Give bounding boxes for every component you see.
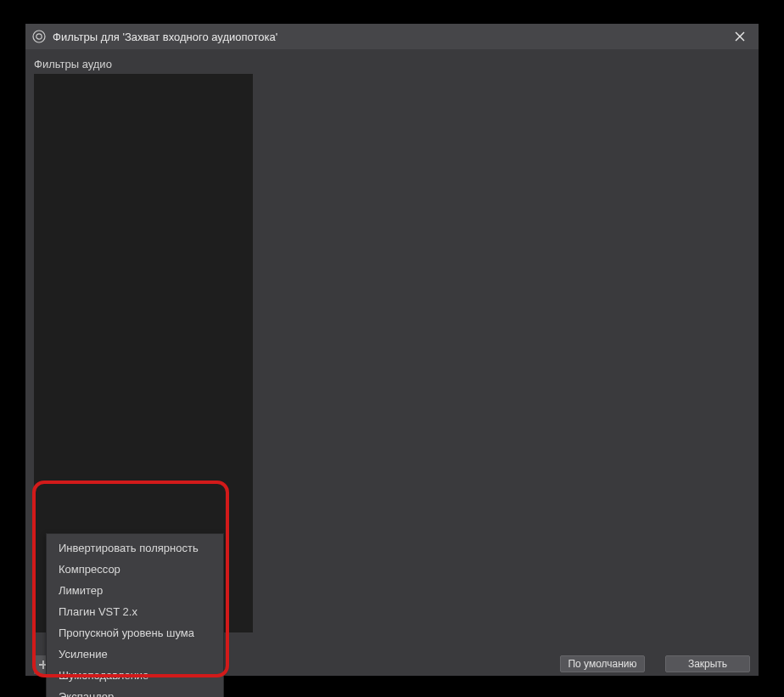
menu-item-limiter[interactable]: Лимитер [47, 580, 223, 601]
menu-item-vst-plugin[interactable]: Плагин VST 2.x [47, 601, 223, 622]
window-title: Фильтры для 'Захват входного аудиопотока… [53, 31, 728, 43]
menu-item-compressor[interactable]: Компрессор [47, 559, 223, 580]
obs-app-icon [32, 30, 46, 43]
menu-item-expander[interactable]: Экспандер [47, 686, 223, 697]
menu-item-gain[interactable]: Усиление [47, 644, 223, 665]
filters-dialog: Фильтры для 'Захват входного аудиопотока… [25, 24, 759, 676]
menu-item-invert-polarity[interactable]: Инвертировать полярность [47, 537, 223, 559]
close-button[interactable]: Закрыть [665, 655, 750, 672]
add-filter-context-menu: Инвертировать полярность Компрессор Лими… [46, 533, 224, 697]
dialog-footer: По умолчанию Закрыть [560, 655, 750, 672]
menu-item-noise-gate[interactable]: Пропускной уровень шума [47, 622, 223, 644]
menu-item-noise-suppression[interactable]: Шумоподавление [47, 665, 223, 686]
close-icon [735, 31, 745, 42]
svg-point-0 [33, 31, 45, 42]
defaults-button[interactable]: По умолчанию [560, 655, 645, 672]
dialog-content: Фильтры аудио Инвертировать полярность К… [25, 49, 759, 676]
audio-filters-label: Фильтры аудио [34, 58, 750, 70]
window-close-button[interactable] [728, 25, 752, 48]
titlebar: Фильтры для 'Захват входного аудиопотока… [25, 24, 759, 49]
svg-point-1 [36, 34, 42, 39]
